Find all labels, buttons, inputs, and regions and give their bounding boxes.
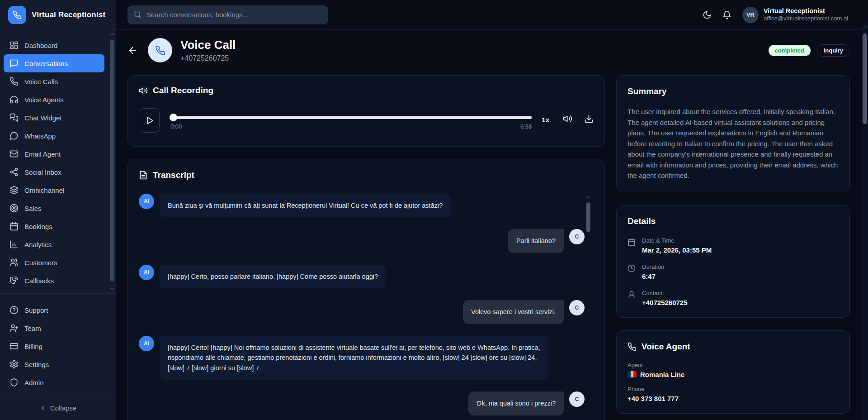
- sidebar-item-label: Support: [24, 306, 48, 314]
- app-root: Virtual Receptionist DashboardConversati…: [0, 0, 868, 420]
- sidebar-item-customers[interactable]: Customers: [4, 253, 104, 272]
- play-button[interactable]: [139, 108, 160, 133]
- message-bubble: [happy] Certo, posso parlare italiano. […: [160, 265, 386, 288]
- transcript-card: Transcript AIBună ziua și vă mulțumim că…: [127, 159, 605, 420]
- transcript-card-header: Transcript: [139, 170, 594, 180]
- topbar-actions: VR Virtual Receptionist office@virtualre…: [703, 7, 848, 23]
- sidebar-item-callbacks[interactable]: Callbacks: [4, 272, 104, 290]
- detail-label: Duration: [642, 263, 664, 270]
- recording-title: Call Recording: [153, 86, 213, 95]
- notifications-button[interactable]: [722, 10, 731, 19]
- detail-row-duration: Duration6:47: [627, 263, 839, 280]
- sidebar-item-label: Omnichannel: [24, 186, 64, 194]
- sidebar-item-omnichannel[interactable]: Omnichannel: [4, 181, 104, 199]
- window-scrollbar-thumb[interactable]: [863, 33, 867, 124]
- chevron-up-icon[interactable]: [862, 23, 868, 29]
- transcript-scrollbar[interactable]: [586, 195, 591, 232]
- detail-row-contact: Contact+40725260725: [627, 290, 839, 306]
- content-columns: Call Recording 0:00: [127, 75, 850, 420]
- sidebar-item-social-inbox[interactable]: Social Inbox: [4, 163, 104, 181]
- transcript-scrollbar-thumb[interactable]: [586, 202, 590, 232]
- sidebar-item-sales[interactable]: Sales: [4, 199, 104, 217]
- transcript-message-customer: Ok, ma quali sono i prezzi?C: [139, 391, 585, 415]
- detail-label: Contact: [642, 290, 688, 296]
- transcript-title: Transcript: [153, 170, 194, 180]
- recording-card-header: Call Recording: [139, 86, 594, 95]
- seek-slider[interactable]: [170, 116, 532, 119]
- seek-slider-thumb[interactable]: [170, 114, 177, 121]
- sidebar-item-voice-agents[interactable]: Voice Agents: [4, 91, 104, 109]
- sidebar-item-voice-calls[interactable]: Voice Calls: [4, 72, 104, 91]
- bell-icon: [722, 10, 731, 19]
- sidebar-item-support[interactable]: Support: [4, 301, 104, 319]
- call-recording-card: Call Recording 0:00: [127, 75, 605, 147]
- sidebar-item-label: Dashboard: [24, 42, 57, 49]
- message-list: AIBună ziua și vă mulțumim că ați sunat …: [139, 194, 594, 420]
- volume-icon: [563, 114, 572, 124]
- voice-agent-rows: Agent Romania Line Phone +40 373 801 777: [627, 362, 839, 402]
- message-bubble: Bună ziua și vă mulțumim că ați sunat la…: [160, 194, 451, 217]
- sidebar-scrollbar[interactable]: [109, 32, 115, 291]
- message-bubble: Parli italiano?: [508, 229, 564, 253]
- sidebar-item-dashboard[interactable]: Dashboard: [4, 36, 104, 54]
- user-menu[interactable]: VR Virtual Receptionist office@virtualre…: [742, 7, 848, 23]
- playback-speed-button[interactable]: 1x: [542, 116, 549, 124]
- sidebar-item-team[interactable]: Team: [4, 319, 104, 337]
- sidebar-item-label: WhatsApp: [24, 132, 56, 140]
- chevron-down-icon[interactable]: [109, 286, 115, 291]
- sidebar-item-bookings[interactable]: Bookings: [4, 217, 104, 235]
- voice-agent-card: Voice Agent Agent Romania Line: [616, 330, 850, 414]
- chevron-up-icon[interactable]: [109, 32, 115, 37]
- topbar: VR Virtual Receptionist office@virtualre…: [116, 0, 868, 30]
- total-time: 6:38: [520, 123, 532, 130]
- detail-value: Mar 2, 2026, 03:55 PM: [642, 246, 712, 254]
- sidebar-item-analytics[interactable]: Analytics: [4, 235, 104, 253]
- sidebar-item-settings[interactable]: Settings: [4, 355, 104, 373]
- sidebar-item-label: Sales: [24, 205, 42, 212]
- detail-label: Date & Time: [642, 237, 712, 244]
- chevron-up-icon[interactable]: [586, 195, 591, 200]
- call-type-avatar: [148, 38, 172, 62]
- search-input[interactable]: [146, 11, 322, 19]
- message-bubble: Volevo sapere i vostri servizi.: [463, 300, 564, 324]
- transcript-message-ai: AI[happy] Certo! [happy] Noi offriamo so…: [139, 336, 585, 380]
- ai-avatar: AI: [139, 265, 154, 280]
- volume-button[interactable]: [563, 114, 572, 124]
- sidebar-item-conversations[interactable]: Conversations: [4, 54, 104, 72]
- sidebar-item-whatsapp[interactable]: WhatsApp: [4, 127, 104, 145]
- sidebar-item-label: Email Agent: [24, 150, 61, 158]
- main-column: VR Virtual Receptionist office@virtualre…: [116, 0, 868, 420]
- status-badge-inquiry: inquiry: [817, 44, 850, 57]
- theme-toggle-button[interactable]: [703, 10, 712, 19]
- sidebar-scrollbar-thumb[interactable]: [110, 40, 114, 282]
- search-icon: [134, 11, 142, 19]
- details-title: Details: [627, 216, 839, 226]
- collapse-label: Collapse: [50, 404, 76, 412]
- phone-icon: [627, 342, 637, 351]
- sidebar-item-admin[interactable]: Admin: [4, 373, 104, 391]
- dashboard-icon: [9, 41, 19, 50]
- window-scrollbar[interactable]: [862, 23, 868, 420]
- seek-slider-wrap: 0:00 6:38: [170, 108, 532, 130]
- back-button[interactable]: [127, 45, 138, 56]
- sidebar-item-email-agent[interactable]: Email Agent: [4, 145, 104, 163]
- sidebar-item-billing[interactable]: Billing: [4, 337, 104, 355]
- user-email: office@virtualreceptionist.com.ai: [764, 15, 848, 22]
- sidebar-item-label: Admin: [24, 379, 44, 387]
- sidebar-item-chat-widget[interactable]: Chat Widget: [4, 109, 104, 127]
- gear-icon: [9, 360, 19, 369]
- sidebar-item-label: Chat Widget: [24, 114, 62, 122]
- user-round-icon: [627, 291, 636, 306]
- collapse-button[interactable]: Collapse: [0, 396, 116, 420]
- sidebar: Virtual Receptionist DashboardConversati…: [0, 0, 116, 420]
- sidebar-item-label: Billing: [24, 343, 42, 350]
- envelope-icon: [9, 149, 19, 158]
- help-icon: [9, 305, 19, 315]
- sidebar-item-label: Customers: [24, 259, 57, 267]
- search-box[interactable]: [127, 5, 328, 24]
- details-card: Details Date & TimeMar 2, 2026, 03:55 PM…: [616, 205, 850, 318]
- download-button[interactable]: [584, 114, 594, 124]
- summary-card: Summary The user inquired about the serv…: [616, 75, 850, 192]
- headphones-icon: [9, 95, 19, 104]
- detail-rows: Date & TimeMar 2, 2026, 03:55 PMDuration…: [627, 237, 839, 306]
